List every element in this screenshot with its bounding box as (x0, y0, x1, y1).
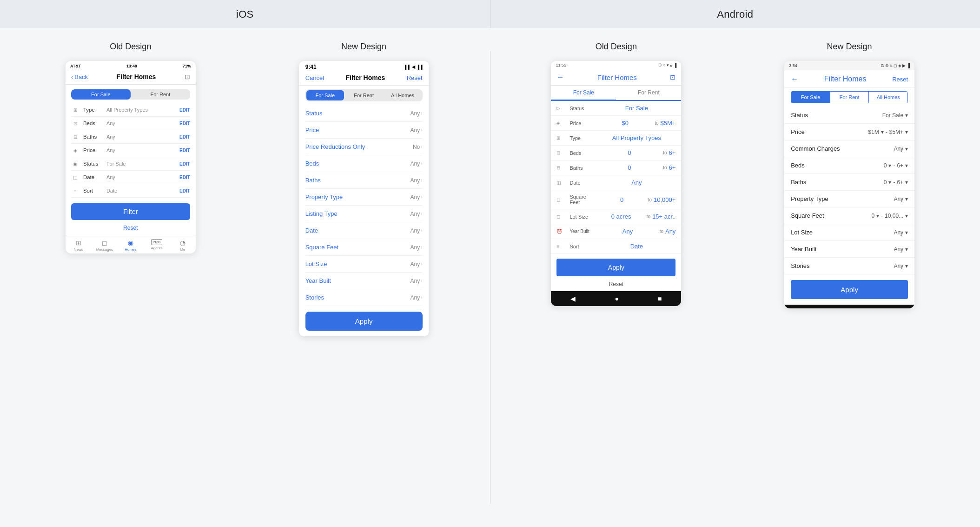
chevron-right-icon-6: › (421, 194, 422, 200)
baths-edit-button[interactable]: EDIT (179, 134, 190, 140)
android-old-for-sale-tab[interactable]: For Sale (551, 86, 616, 101)
new-filter-year-built[interactable]: Year Built Any › (305, 273, 423, 289)
tab-agents[interactable]: PRO Agents (144, 239, 170, 252)
anf-year-built-val: Any (894, 246, 903, 253)
new-filter-lot-size-label: Lot Size (305, 260, 327, 267)
android-price-value2: $5M+ (660, 120, 675, 127)
ios-new-status-bar: 9:41 ▌▌ ◀ ▐▐ (299, 61, 429, 72)
android-recents-nav-icon[interactable]: ■ (658, 295, 662, 302)
baths-icon: ⊟ (71, 134, 79, 140)
new-filter-baths[interactable]: Baths Any › (305, 172, 423, 189)
chevron-right-icon-3: › (421, 144, 422, 149)
new-filter-stories[interactable]: Stories Any › (305, 289, 423, 306)
android-yearbuilt-value2: Any (665, 228, 675, 235)
tab-homes[interactable]: ◉ Homes (118, 239, 144, 252)
android-new-reset-button[interactable]: Reset (892, 76, 908, 83)
anf-property-type-value[interactable]: Any ▾ (894, 196, 908, 202)
price-edit-button[interactable]: EDIT (179, 148, 190, 153)
android-new-status-icons: G ⊕ ≡ ◻ ◈ ▶ ▐ (881, 63, 910, 68)
beds-icon: ⊡ (71, 121, 79, 126)
anf-status-value[interactable]: For Sale ▾ (882, 112, 908, 119)
android-old-title: Old Design (596, 42, 637, 52)
android-price-icon: ◈ (556, 120, 566, 126)
chevron-right-icon-8: › (421, 228, 422, 233)
android-new-for-rent-tab[interactable]: For Rent (830, 92, 869, 103)
android-old-nav-bar: ◀ ● ■ (551, 291, 681, 306)
new-filter-listing-type-value: Any › (411, 211, 423, 217)
ios-new-all-homes-tab[interactable]: All Homes (384, 90, 421, 100)
android-old-status-row: ▷ Status For Sale (551, 101, 681, 116)
tab-me[interactable]: ◔ Me (170, 239, 196, 252)
android-old-sort-row: ≡ Sort Date (551, 239, 681, 254)
chevron-right-icon-5: › (421, 178, 422, 183)
anf-sqft-value[interactable]: 0 ▾ - 10,00... ▾ (871, 213, 908, 219)
camera-icon[interactable]: ⊡ (185, 73, 190, 80)
type-edit-button[interactable]: EDIT (179, 107, 190, 113)
android-back-nav-icon[interactable]: ◀ (570, 295, 576, 302)
chevron-right-icon-7: › (421, 211, 422, 216)
new-filter-status[interactable]: Status Any › (305, 105, 423, 122)
android-old-back-button[interactable]: ← (556, 73, 564, 81)
ios-old-status-bar: AT&T 13:49 71% (66, 61, 196, 70)
ios-old-for-sale-tab[interactable]: For Sale (71, 89, 131, 100)
ios-old-filter-button[interactable]: Filter (71, 203, 190, 220)
date-edit-button[interactable]: EDIT (179, 175, 190, 180)
anf-lot-size-value[interactable]: Any ▾ (894, 229, 908, 236)
beds-edit-button[interactable]: EDIT (179, 121, 190, 126)
tab-messages-label: Messages (96, 247, 113, 252)
dropdown-icon-common: ▾ (905, 146, 908, 152)
new-filter-property-type[interactable]: Property Type Any › (305, 189, 423, 206)
anf-lot-size: Lot Size Any ▾ (784, 224, 914, 241)
android-yearbuilt-value1: Any (597, 228, 657, 235)
new-filter-date[interactable]: Date Any › (305, 222, 423, 239)
android-baths-to: to (663, 165, 667, 170)
tab-messages[interactable]: ◻ Messages (92, 239, 118, 252)
status-edit-button[interactable]: EDIT (179, 161, 190, 167)
android-sort-value: Date (597, 243, 675, 250)
anf-year-built-value[interactable]: Any ▾ (894, 246, 908, 253)
ios-new-cancel-button[interactable]: Cancel (305, 74, 324, 81)
android-yearbuilt-icon: ⏰ (556, 229, 566, 234)
new-filter-year-built-value: Any › (411, 278, 423, 284)
android-new-for-sale-tab[interactable]: For Sale (791, 92, 830, 103)
ios-new-reset-button[interactable]: Reset (407, 74, 423, 81)
anf-status-val: For Sale (882, 112, 903, 119)
tab-news[interactable]: ⊞ News (66, 239, 92, 252)
sort-edit-button[interactable]: EDIT (179, 188, 190, 193)
android-home-nav-icon[interactable]: ● (615, 295, 618, 302)
ios-old-back-button[interactable]: ‹ Back (71, 73, 88, 80)
android-old-reset-link[interactable]: Reset (551, 278, 681, 291)
new-filter-beds[interactable]: Beds Any › (305, 155, 423, 172)
anf-baths-value[interactable]: 0 ▾ - 6+ ▾ (884, 179, 908, 186)
anf-price-value[interactable]: $1M ▾ - $5M+ ▾ (868, 129, 908, 135)
ios-new-for-sale-tab[interactable]: For Sale (306, 90, 344, 100)
ios-old-reset-link[interactable]: Reset (66, 223, 196, 236)
anf-beds-value[interactable]: 0 ▾ - 6+ ▾ (884, 162, 908, 169)
new-filter-lot-size[interactable]: Lot Size Any › (305, 256, 423, 273)
anf-price-val2: $5M+ (889, 129, 903, 135)
anf-lot-size-label: Lot Size (791, 229, 813, 236)
anf-baths: Baths 0 ▾ - 6+ ▾ (784, 174, 914, 191)
ios-new-apply-button[interactable]: Apply (305, 312, 423, 331)
android-new-back-button[interactable]: ← (791, 75, 798, 83)
android-old-for-rent-tab[interactable]: For Rent (616, 86, 681, 100)
android-new-all-homes-tab[interactable]: All Homes (868, 92, 907, 103)
android-new-status-bar: 3:54 G ⊕ ≡ ◻ ◈ ▶ ▐ (784, 61, 914, 70)
android-old-nav-title: Filter Homes (597, 73, 637, 81)
new-filter-price-reduction[interactable]: Price Reductions Only No › (305, 139, 423, 155)
new-filter-listing-type[interactable]: Listing Type Any › (305, 206, 423, 222)
anf-common-charges-value[interactable]: Any ▾ (894, 146, 908, 152)
new-filter-price[interactable]: Price Any › (305, 122, 423, 139)
ios-new-for-rent-tab[interactable]: For Rent (345, 90, 383, 100)
baths-value: Any (106, 134, 179, 140)
ios-old-for-rent-tab[interactable]: For Rent (131, 89, 190, 100)
anf-stories-value[interactable]: Any ▾ (894, 263, 908, 269)
new-filter-sqft[interactable]: Square Feet Any › (305, 239, 423, 256)
price-icon: ◈ (71, 148, 79, 153)
android-old-apply-button[interactable]: Apply (556, 259, 675, 276)
android-new-apply-button[interactable]: Apply (791, 280, 908, 299)
anf-sqft-dash: - (881, 213, 883, 219)
android-date-icon: ◫ (556, 180, 566, 185)
dropdown-icon-baths1: ▾ (888, 179, 891, 186)
android-old-camera-icon: ⊡ (670, 73, 675, 81)
